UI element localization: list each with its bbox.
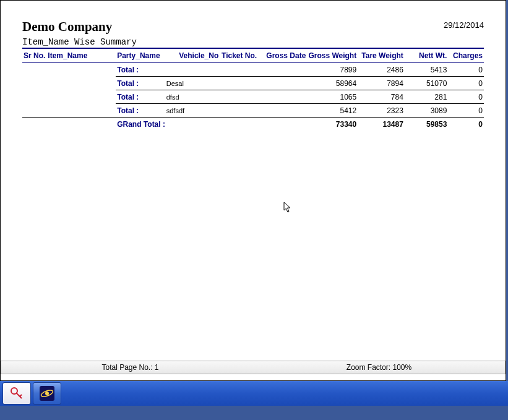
- gross-weight-cell: 5412: [307, 104, 358, 118]
- charges-cell: 0: [448, 104, 484, 118]
- charges-cell: 0: [448, 77, 484, 90]
- vehicle-cell: dfsd: [165, 90, 220, 104]
- col-gdate: Gross Date: [258, 49, 307, 63]
- col-gross-weight: Gross Weight: [307, 49, 358, 63]
- nett-wt-cell: 281: [405, 90, 448, 104]
- tare-weight-cell: 7894: [358, 77, 405, 90]
- vehicle-cell: Desal: [165, 77, 220, 90]
- nett-wt-cell: 51070: [405, 77, 448, 90]
- grand-gross-weight: 73340: [307, 118, 358, 131]
- table-row: Total : sdfsdf 5412 2323 3089 0: [22, 104, 484, 118]
- report-page: Demo Company 29/12/2014 Item_Name Wise S…: [1, 1, 506, 361]
- tare-weight-cell: 2323: [358, 104, 405, 118]
- orbit-icon: [39, 385, 55, 401]
- nett-wt-cell: 3089: [405, 104, 448, 118]
- col-charges: Charges: [448, 49, 484, 63]
- grand-total-row: GRand Total : 73340 13487 59853 0: [22, 118, 484, 131]
- key-icon: [9, 386, 24, 401]
- charges-cell: 0: [448, 90, 484, 104]
- col-nett-wt: Nett Wt.: [405, 49, 448, 63]
- report-date: 29/12/2014: [444, 19, 484, 30]
- table-row: Total : Desal 58964 7894 51070 0: [22, 77, 484, 90]
- taskbar-app-button[interactable]: [33, 382, 61, 405]
- report-window: Demo Company 29/12/2014 Item_Name Wise S…: [0, 0, 506, 381]
- charges-cell: 0: [448, 63, 484, 77]
- taskbar-app-button[interactable]: [2, 382, 31, 405]
- status-zoom: Zoom Factor: 100%: [253, 363, 505, 372]
- grand-total-label: GRand Total :: [116, 118, 220, 131]
- col-item: Item_Name: [46, 49, 116, 63]
- tare-weight-cell: 2486: [358, 63, 405, 77]
- col-vehicle: Vehicle_No: [165, 49, 220, 63]
- status-bar: Total Page No.: 1 Zoom Factor: 100%: [1, 361, 506, 374]
- gross-weight-cell: 1065: [307, 90, 358, 104]
- status-page: Total Page No.: 1: [1, 363, 253, 372]
- total-label: Total :: [116, 104, 165, 118]
- vehicle-cell: sdfsdf: [165, 104, 220, 118]
- report-table: Sr No. Item_Name Party_Name Vehicle_No T…: [22, 49, 484, 131]
- gross-weight-cell: 58964: [307, 77, 358, 90]
- vehicle-cell: [165, 63, 220, 77]
- gross-weight-cell: 7899: [307, 63, 358, 77]
- nett-wt-cell: 5413: [405, 63, 448, 77]
- table-header-row: Sr No. Item_Name Party_Name Vehicle_No T…: [22, 49, 484, 63]
- total-label: Total :: [116, 63, 165, 77]
- col-party: Party_Name: [116, 49, 165, 63]
- total-label: Total :: [116, 90, 165, 104]
- company-name: Demo Company: [22, 19, 112, 35]
- taskbar: [0, 381, 508, 406]
- svg-point-5: [45, 392, 49, 395]
- grand-charges: 0: [448, 118, 484, 131]
- total-label: Total :: [116, 77, 165, 90]
- tare-weight-cell: 784: [358, 90, 405, 104]
- report-subtitle: Item_Name Wise Summary: [22, 37, 484, 49]
- col-ticket: Ticket No.: [220, 49, 258, 63]
- table-row: Total : dfsd 1065 784 281 0: [22, 90, 484, 104]
- table-row: Total : 7899 2486 5413 0: [22, 63, 484, 77]
- grand-nett-wt: 59853: [405, 118, 448, 131]
- col-tare-weight: Tare Weight: [358, 49, 405, 63]
- grand-tare-weight: 13487: [358, 118, 405, 131]
- svg-line-2: [20, 395, 22, 396]
- col-srno: Sr No.: [22, 49, 46, 63]
